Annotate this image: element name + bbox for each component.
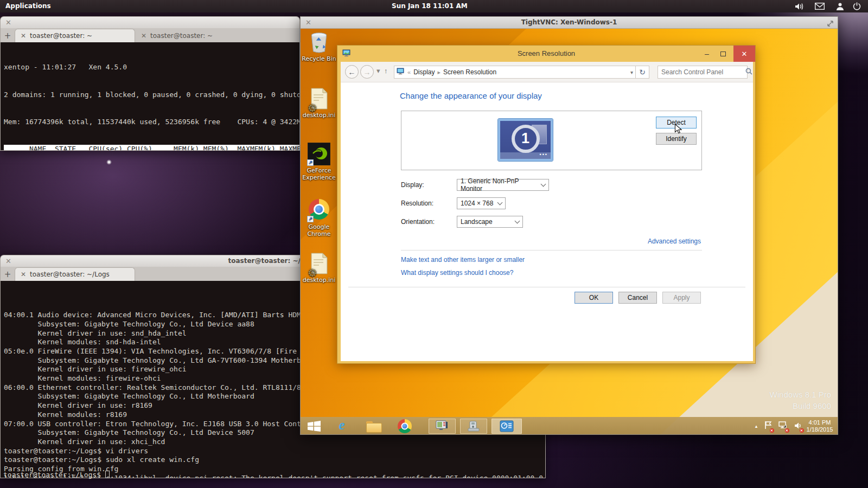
chevron-down-icon: [515, 218, 520, 223]
user-icon[interactable]: [834, 2, 846, 11]
taskbar-clock[interactable]: 4:01 PM 1/18/2015: [804, 419, 835, 434]
close-tab-icon[interactable]: ✕: [21, 32, 26, 40]
new-tab-button[interactable]: +: [1, 267, 15, 281]
recycle-bin-icon: [308, 31, 330, 54]
network-icon[interactable]: ×: [777, 419, 789, 434]
chrome-icon: ↗: [308, 199, 330, 222]
search-icon[interactable]: [745, 67, 752, 77]
refresh-button[interactable]: ↻: [636, 66, 649, 79]
vnc-titlebar[interactable]: ✕ TightVNC: Xen-Windows-1: [301, 17, 838, 29]
tab-home-2[interactable]: ✕ toaster@toaster: ~: [135, 29, 256, 42]
desktop-icon-recycle-bin[interactable]: Recycle Bin: [302, 31, 336, 62]
terminal-line: Mem: 16774396k total, 11537440k used, 52…: [4, 118, 299, 127]
display-settings-help-link[interactable]: What display settings should I choose?: [401, 269, 513, 277]
terminal-line: toaster@toaster:~/Logs$ vi drivers: [4, 447, 545, 456]
cancel-button[interactable]: Cancel: [618, 292, 657, 304]
taskbar-app-device-manager[interactable]: [460, 419, 487, 434]
taskbar-app-screen-resolution[interactable]: [492, 419, 522, 434]
monitor-number: 1: [512, 125, 540, 153]
shortcut-arrow-icon: ↗: [307, 159, 314, 166]
ini-file-icon: ⚙: [308, 87, 330, 110]
breadcrumb-chevrons[interactable]: «: [407, 69, 411, 75]
taskbar-file-explorer-icon[interactable]: [363, 419, 383, 434]
mail-icon[interactable]: [814, 2, 826, 11]
windows-taskbar: e ▴ × ×: [301, 417, 838, 434]
gear-icon: ⚙: [308, 105, 317, 112]
ok-button[interactable]: OK: [575, 292, 613, 304]
taskbar-app-display-properties[interactable]: [429, 419, 456, 434]
alert-badge: ×: [785, 428, 789, 433]
close-button[interactable]: ✕: [733, 46, 755, 62]
desktop-icon-desktop-ini-1[interactable]: ⚙ desktop.ini: [302, 87, 336, 119]
terminal-output[interactable]: xentop - 11:01:27 Xen 4.5.0 2 domains: 1…: [0, 42, 300, 151]
terminal-line: xentop - 11:01:27 Xen 4.5.0: [4, 63, 299, 72]
taskbar-chrome-icon[interactable]: [395, 419, 414, 434]
terminal-cursor: [105, 471, 110, 478]
breadcrumb-screen-resolution[interactable]: Screen Resolution: [443, 68, 496, 76]
desktop-icon-google-chrome[interactable]: ↗ Google Chrome: [302, 198, 336, 237]
address-bar[interactable]: « Display ▸ Screen Resolution ▾: [394, 66, 636, 79]
terminal-titlebar[interactable]: ✕: [0, 16, 300, 28]
alert-badge: ×: [770, 428, 774, 433]
make-text-larger-link[interactable]: Make text and other items larger or smal…: [401, 256, 525, 264]
display-combobox[interactable]: 1. Generic Non-PnP Monitor: [457, 179, 549, 191]
orientation-combobox[interactable]: Landscape: [457, 216, 523, 228]
advanced-settings-link[interactable]: Advanced settings: [648, 237, 701, 245]
window-titlebar[interactable]: Screen Resolution – ✕: [337, 46, 755, 62]
search-box[interactable]: [658, 66, 748, 79]
new-tab-button[interactable]: +: [1, 29, 15, 42]
terminal-window-xentop: ✕ + ✕ toaster@toaster: ~ ✕ toaster@toast…: [0, 16, 300, 151]
resolution-combobox[interactable]: 1024 × 768: [457, 197, 506, 209]
navigation-bar: ← → ▾ ↑ « Display ▸ Screen Resolution ▾ …: [341, 62, 753, 82]
tab-logs[interactable]: ✕ toaster@toaster: ~/Logs: [15, 267, 135, 281]
monitor-preview[interactable]: ••• 1: [498, 119, 553, 161]
chevron-down-icon: [497, 200, 503, 205]
breadcrumb-display[interactable]: Display: [413, 68, 435, 76]
alert-badge: ×: [800, 428, 804, 433]
desktop-icon-desktop-ini-2[interactable]: ⚙ desktop.ini: [302, 252, 336, 284]
tray-expand-icon[interactable]: ▴: [752, 419, 761, 434]
orientation-label: Orientation:: [401, 218, 435, 226]
apply-button[interactable]: Apply: [662, 292, 701, 304]
monitor-dots-decoration: •••: [540, 152, 548, 157]
tab-home-1[interactable]: ✕ toaster@toaster: ~: [15, 29, 135, 42]
gear-icon: ⚙: [308, 269, 317, 277]
maximize-button[interactable]: [715, 46, 731, 62]
applications-menu[interactable]: Applications: [5, 2, 51, 10]
wallpaper-star: [106, 159, 112, 165]
mouse-cursor: [674, 124, 682, 136]
volume-icon[interactable]: [794, 2, 806, 11]
close-tab-icon[interactable]: ✕: [141, 32, 146, 40]
breadcrumb-separator-icon[interactable]: ▸: [437, 69, 441, 76]
volume-icon[interactable]: ×: [792, 419, 804, 434]
window-title: Screen Resolution: [337, 49, 755, 57]
forward-button[interactable]: →: [360, 65, 374, 79]
divider: [348, 287, 745, 287]
start-button[interactable]: [305, 419, 323, 434]
divider: [401, 250, 702, 251]
recent-pages-dropdown-icon[interactable]: ▾: [376, 67, 380, 75]
expand-icon[interactable]: [827, 19, 834, 29]
page-title: Change the appearance of your display: [400, 91, 542, 100]
up-button[interactable]: ↑: [384, 67, 388, 75]
terminal-line: 2 domains: 1 running, 1 blocked, 0 pause…: [4, 91, 299, 100]
back-button[interactable]: ←: [345, 65, 359, 79]
windows-desktop[interactable]: Recycle Bin ⚙ desktop.ini ↗ GeForce Expe…: [301, 29, 838, 434]
desktop-icon-geforce-experience[interactable]: ↗ GeForce Experience: [302, 143, 336, 181]
minimize-button[interactable]: –: [699, 46, 715, 62]
action-center-icon[interactable]: ×: [763, 419, 774, 434]
power-icon[interactable]: [851, 2, 863, 11]
panel-clock[interactable]: Sun Jan 18 11:01 AM: [392, 2, 468, 10]
tightvnc-window: ✕ TightVNC: Xen-Windows-1 Recycle Bin ⚙ …: [300, 16, 838, 435]
vnc-window-title: TightVNC: Xen-Windows-1: [301, 18, 838, 26]
display-label: Display:: [401, 181, 424, 189]
search-input[interactable]: [661, 68, 745, 76]
display-icon: [397, 68, 405, 76]
xentop-header-row: NAME STATE CPU(sec) CPU(%) MEM(k) MEM(%)…: [4, 145, 299, 151]
chevron-down-icon: [541, 181, 546, 187]
close-tab-icon[interactable]: ✕: [21, 271, 26, 278]
taskbar-ie-icon[interactable]: e: [332, 419, 352, 434]
close-icon[interactable]: ✕: [5, 18, 11, 27]
terminal-tabbar: + ✕ toaster@toaster: ~ ✕ toaster@toaster…: [0, 28, 300, 42]
address-dropdown-icon[interactable]: ▾: [630, 69, 633, 75]
